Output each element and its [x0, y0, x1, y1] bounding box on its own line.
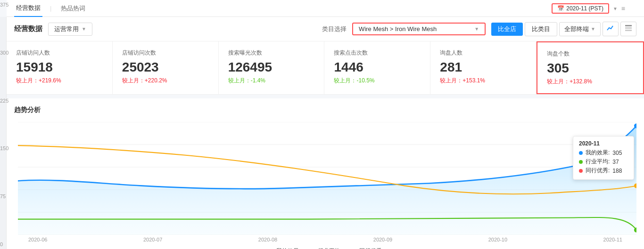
action-buttons: 比全店 比类目 全部终端 ▼ [491, 22, 636, 36]
metric-change-clicks: 较上月：-10.5% [334, 77, 421, 85]
chart-area: 2020-11 我的效果: 305 行业平均: 37 同行优秀: 1 [18, 122, 636, 235]
date-label: 2020-11 (PST) [566, 5, 603, 12]
category-label: 类目选择 [322, 25, 347, 33]
metric-value-clicks: 1446 [334, 60, 421, 75]
top-right-bar: 📅 2020-11 (PST) ▼ ≡ [552, 0, 625, 17]
metric-value-visits: 25023 [122, 60, 209, 75]
tooltip-row-mine: 我的效果: 305 [579, 149, 628, 157]
metric-label-inquiry-count: 询盘个数 [547, 50, 634, 58]
tooltip-value-mine: 305 [612, 150, 622, 156]
calendar-icon: 📅 [557, 5, 564, 12]
metric-card-visitors: 店铺访问人数 15918 较上月：+219.6% [7, 41, 113, 94]
tooltip-date: 2020-11 [579, 140, 628, 147]
compare-category-button[interactable]: 比类目 [525, 22, 557, 36]
svg-rect-1 [625, 27, 632, 29]
x-label-4: 2020-10 [488, 237, 507, 242]
tooltip-dot-blue [579, 151, 583, 155]
nav-divider: | [50, 5, 51, 12]
metric-value-inquiry-count: 305 [547, 61, 634, 76]
metric-change-visits: 较上月：+220.2% [122, 77, 209, 85]
page-title: 经营数据 [14, 24, 42, 33]
y-axis: 375 300 225 150 75 0 [0, 0, 14, 249]
tooltip-row-avg: 行业平均: 37 [579, 158, 628, 166]
legend-item-avg: 行业平均 [310, 247, 340, 249]
chevron-down-icon: ▼ [474, 26, 479, 32]
tooltip-label-mine: 我的效果: [586, 149, 610, 157]
x-label-5: 2020-11 [603, 237, 622, 242]
metric-value-visitors: 15918 [16, 60, 103, 75]
tooltip-label-best: 同行优秀: [586, 167, 610, 175]
x-label-0: 2020-06 [28, 237, 47, 242]
chevron-down-icon[interactable]: ▼ [613, 6, 618, 11]
x-label-3: 2020-09 [373, 237, 392, 242]
legend-item-best: 同行优秀 [352, 247, 382, 249]
tooltip-dot-red [579, 169, 583, 173]
table-icon [625, 24, 632, 32]
metric-label-impressions: 搜索曝光次数 [228, 49, 315, 57]
metric-label-clicks: 搜索点击次数 [334, 49, 421, 57]
metric-card-inquiry-count: 询盘个数 305 较上月：+132.8% [537, 41, 644, 94]
metric-label-visits: 店铺访问次数 [122, 49, 209, 57]
metric-label-inquiry-people: 询盘人数 [440, 49, 527, 57]
chevron-down-icon: ▼ [591, 26, 595, 32]
operation-mode-dropdown[interactable]: 运营常用 ▼ [48, 23, 92, 36]
svg-rect-0 [625, 25, 632, 26]
line-chart-icon [607, 24, 614, 32]
metric-card-visits: 店铺访问次数 25023 较上月：+220.2% [113, 41, 219, 94]
legend-label-avg: 行业平均 [318, 247, 340, 249]
nav-item-jingying[interactable]: 经营数据 [14, 0, 42, 17]
metric-value-impressions: 126495 [228, 60, 315, 75]
metric-change-impressions: 较上月：-1.4% [228, 77, 315, 85]
terminal-label: 全部终端 [564, 25, 589, 33]
chart-title: 趋势分析 [14, 106, 636, 114]
nav-item-repin[interactable]: 热品热词 [59, 0, 87, 16]
metrics-row: 店铺访问人数 15918 较上月：+219.6% 店铺访问次数 25023 较上… [7, 41, 644, 95]
chart-tooltip: 2020-11 我的效果: 305 行业平均: 37 同行优秀: 1 [573, 136, 634, 180]
chart-section: 趋势分析 375 300 225 150 75 0 [7, 98, 644, 249]
operation-mode-label: 运营常用 [54, 25, 79, 33]
more-icon[interactable]: ≡ [621, 5, 625, 12]
category-select-dropdown[interactable]: Wire Mesh > Iron Wire Mesh ▼ [352, 23, 486, 35]
chart-svg [18, 122, 636, 235]
date-selector[interactable]: 📅 2020-11 (PST) [552, 3, 609, 14]
metric-value-inquiry-people: 281 [440, 60, 527, 75]
terminal-dropdown[interactable]: 全部终端 ▼ [559, 22, 601, 36]
tooltip-value-avg: 37 [612, 159, 619, 165]
metric-change-inquiry-people: 较上月：+153.1% [440, 77, 527, 85]
legend-label-best: 同行优秀 [359, 247, 382, 249]
tooltip-value-best: 188 [612, 168, 622, 174]
chevron-down-icon: ▼ [82, 26, 86, 32]
metric-change-visitors: 较上月：+219.6% [16, 77, 103, 85]
x-label-2: 2020-08 [258, 237, 277, 242]
category-select-value: Wire Mesh > Iron Wire Mesh [359, 25, 437, 32]
tooltip-dot-green [579, 160, 583, 164]
metric-card-inquiry-people: 询盘人数 281 较上月：+153.1% [430, 41, 537, 94]
legend-label-mine: 我的效果 [276, 247, 299, 249]
metric-label-visitors: 店铺访问人数 [16, 49, 103, 57]
table-view-button[interactable] [620, 22, 636, 36]
metric-change-inquiry-count: 较上月：+132.8% [547, 78, 634, 86]
tooltip-row-best: 同行优秀: 188 [579, 167, 628, 175]
x-axis: 2020-06 2020-07 2020-08 2020-09 2020-10 … [14, 235, 636, 242]
svg-rect-2 [625, 30, 632, 31]
metric-card-impressions: 搜索曝光次数 126495 较上月：-1.4% [219, 41, 325, 94]
chart-legend: 我的效果 行业平均 同行优秀 [14, 247, 636, 249]
main-header: 经营数据 运营常用 ▼ 类目选择 Wire Mesh > Iron Wire M… [7, 17, 644, 41]
tooltip-label-avg: 行业平均: [586, 158, 610, 166]
chart-view-button[interactable] [603, 22, 619, 36]
x-label-1: 2020-07 [143, 237, 162, 242]
top-navigation: 经营数据 | 热品热词 📅 2020-11 (PST) ▼ ≡ [7, 0, 644, 17]
compare-shop-button[interactable]: 比全店 [491, 23, 523, 36]
legend-item-mine: 我的效果 [269, 247, 299, 249]
metric-card-clicks: 搜索点击次数 1446 较上月：-10.5% [324, 41, 430, 94]
